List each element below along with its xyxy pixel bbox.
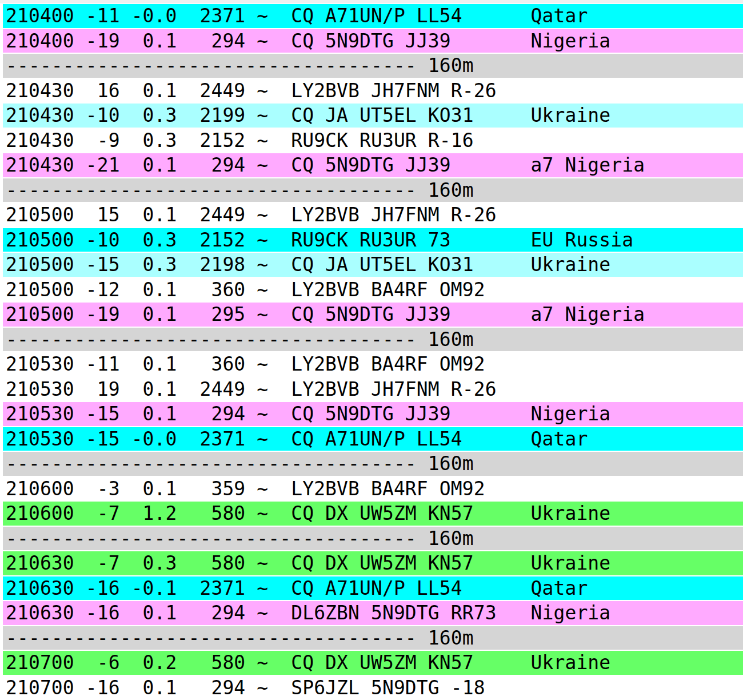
decode-list: 210400 -11 -0.0 2371 ~ CQ A71UN/P LL54 Q… xyxy=(0,3,743,700)
decode-row[interactable]: 210500 15 0.1 2449 ~ LY2BVB JH7FNM R-26 xyxy=(0,202,743,228)
decode-row[interactable]: 210500 -15 0.3 2198 ~ CQ JA UT5EL KO31 U… xyxy=(0,252,743,277)
decode-row[interactable]: 210600 -3 0.1 359 ~ LY2BVB BA4RF OM92 xyxy=(0,476,743,502)
band-separator-row: ------------------------------------ 160… xyxy=(0,178,743,203)
band-separator-row: ------------------------------------ 160… xyxy=(0,626,743,651)
decode-row[interactable]: 210630 -16 -0.1 2371 ~ CQ A71UN/P LL54 Q… xyxy=(0,576,743,601)
decode-row[interactable]: 210430 16 0.1 2449 ~ LY2BVB JH7FNM R-26 xyxy=(0,78,743,104)
band-separator-row: ------------------------------------ 160… xyxy=(0,451,743,476)
decode-row[interactable]: 210530 -11 0.1 360 ~ LY2BVB BA4RF OM92 xyxy=(0,352,743,377)
decode-row[interactable]: 210500 -19 0.1 295 ~ CQ 5N9DTG JJ39 a7 N… xyxy=(0,302,743,327)
decode-row[interactable]: 210430 -21 0.1 294 ~ CQ 5N9DTG JJ39 a7 N… xyxy=(0,153,743,178)
band-activity-pane: 210400 -11 -0.0 2371 ~ CQ A71UN/P LL54 Q… xyxy=(0,0,743,700)
band-separator-row: ------------------------------------ 160… xyxy=(0,526,743,551)
decode-row[interactable]: 210400 -11 -0.0 2371 ~ CQ A71UN/P LL54 Q… xyxy=(0,3,743,29)
decode-row[interactable]: 210630 -16 0.1 294 ~ DL6ZBN 5N9DTG RR73 … xyxy=(0,600,743,626)
decode-row[interactable]: 210700 -16 0.1 294 ~ SP6JZL 5N9DTG -18 xyxy=(0,675,743,700)
decode-row[interactable]: 210600 -7 1.2 580 ~ CQ DX UW5ZM KN57 Ukr… xyxy=(0,501,743,526)
decode-row[interactable]: 210630 -7 0.3 580 ~ CQ DX UW5ZM KN57 Ukr… xyxy=(0,551,743,576)
decode-row[interactable]: 210500 -10 0.3 2152 ~ RU9CK RU3UR 73 EU … xyxy=(0,228,743,253)
decode-row[interactable]: 210530 -15 -0.0 2371 ~ CQ A71UN/P LL54 Q… xyxy=(0,427,743,452)
decode-row[interactable]: 210400 -19 0.1 294 ~ CQ 5N9DTG JJ39 Nige… xyxy=(0,29,743,54)
decode-row[interactable]: 210530 -15 0.1 294 ~ CQ 5N9DTG JJ39 Nige… xyxy=(0,401,743,427)
decode-row[interactable]: 210700 -6 0.2 580 ~ CQ DX UW5ZM KN57 Ukr… xyxy=(0,650,743,675)
decode-row[interactable]: 210530 19 0.1 2449 ~ LY2BVB JH7FNM R-26 xyxy=(0,377,743,402)
band-separator-row: ------------------------------------ 160… xyxy=(0,327,743,352)
decode-row[interactable]: 210430 -9 0.3 2152 ~ RU9CK RU3UR R-16 xyxy=(0,128,743,153)
decode-row[interactable]: 210500 -12 0.1 360 ~ LY2BVB BA4RF OM92 xyxy=(0,277,743,303)
band-separator-row: ------------------------------------ 160… xyxy=(0,53,743,78)
decode-row[interactable]: 210430 -10 0.3 2199 ~ CQ JA UT5EL KO31 U… xyxy=(0,103,743,128)
